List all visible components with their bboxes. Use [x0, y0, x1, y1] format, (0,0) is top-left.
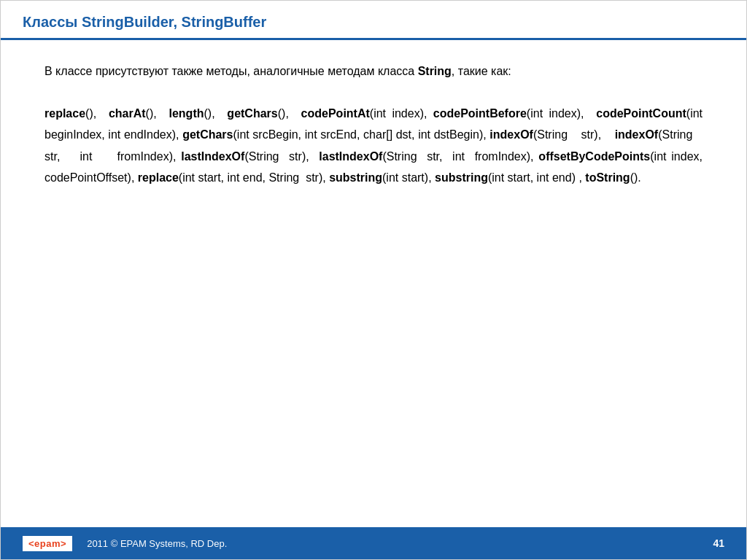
- method-getChars2: getChars: [182, 128, 233, 141]
- method-replace: replace: [44, 107, 85, 120]
- intro-text-before: В классе присутствуют также методы, анал…: [44, 65, 418, 77]
- method-offsetByCodePoints: offsetByCodePoints: [538, 150, 650, 163]
- slide-footer: <epam> 2011 © EPAM Systems, RD Dep. 41: [1, 527, 746, 559]
- method-lastIndexOf2: lastIndexOf: [319, 150, 382, 163]
- method-replace2: replace: [138, 171, 179, 184]
- footer-copyright: 2011 © EPAM Systems, RD Dep.: [87, 538, 713, 549]
- method-codePointBefore: codePointBefore: [433, 107, 527, 120]
- method-toString: toString: [585, 171, 630, 184]
- method-substring1: substring: [329, 171, 382, 184]
- method-codePointCount: codePointCount: [596, 107, 686, 120]
- intro-text-after: , такие как:: [452, 65, 511, 77]
- method-substring2: substring: [435, 171, 488, 184]
- epam-logo: <epam>: [23, 536, 72, 551]
- slide-header: Классы StringBuilder, StringBuffer: [1, 1, 746, 40]
- intro-paragraph: В классе присутствуют также методы, анал…: [44, 62, 703, 81]
- method-lastIndexOf1: lastIndexOf: [181, 150, 244, 163]
- method-indexOf2: indexOf: [615, 128, 659, 141]
- methods-paragraph: replace(), charAt(), length(), getChars(…: [44, 103, 703, 189]
- slide: Классы StringBuilder, StringBuffer В кла…: [0, 0, 747, 560]
- method-indexOf1: indexOf: [489, 128, 533, 141]
- footer-page-number: 41: [713, 537, 724, 549]
- method-codePointAt: codePointAt: [301, 107, 370, 120]
- slide-content: В классе присутствуют также методы, анал…: [1, 40, 746, 527]
- method-charAt: charAt: [109, 107, 146, 120]
- method-getChars: getChars: [227, 107, 277, 120]
- intro-bold: String: [418, 65, 452, 77]
- slide-title: Классы StringBuilder, StringBuffer: [23, 14, 724, 31]
- method-length: length: [169, 107, 204, 120]
